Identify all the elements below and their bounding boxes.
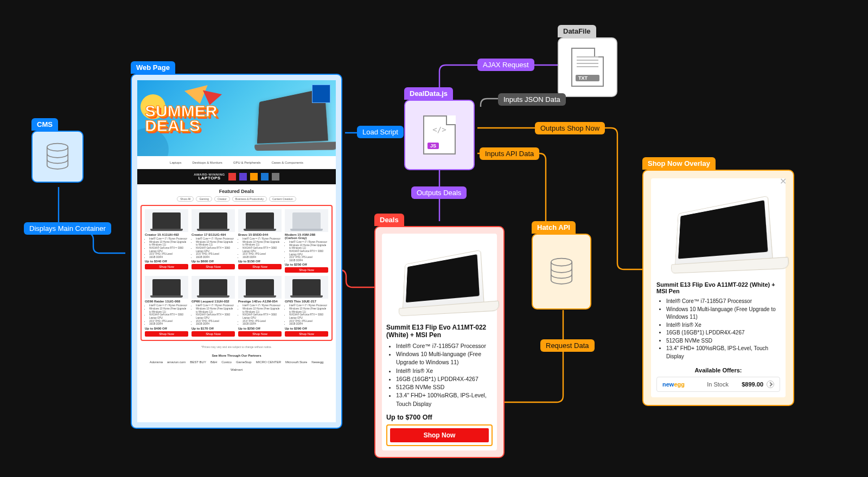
edge-ajax: AJAX Request (477, 59, 534, 71)
product-specs: Intel® Core™ i7 / Ryzen ProcessorWindows… (238, 304, 282, 325)
node-hatch-box (532, 234, 591, 310)
product-card: GF65 Thin 10UE-217Intel® Core™ i7 / Ryze… (285, 276, 328, 336)
footnote: *Prices may vary and are subject to chan… (137, 345, 336, 349)
webpage-preview: SUMMER DEALS LaptopsDesktops & Monitors … (137, 80, 336, 422)
product-card: Prestige 14Evo A12M-054Intel® Core™ i7 /… (238, 276, 282, 336)
partner-logo: GameStop (236, 360, 252, 364)
product-specs: Intel® Core™ i7 / Ryzen ProcessorWindows… (285, 304, 328, 325)
product-shop-button[interactable]: Shop Now (145, 264, 188, 269)
product-card: Creator 17 B11UG-494Intel® Core™ i7 / Ry… (192, 209, 235, 273)
product-card: Modern 15 A5M-288 (Carbon Gray)Intel® Co… (285, 209, 328, 273)
product-save: Up to $400 Off (145, 327, 188, 330)
node-deals: Deals Summit E13 Flip Evo A11MT-022 (Whi… (374, 214, 505, 458)
node-overlay-box: ✕ Summit E13 Flip Evo A11MT-022 (White) … (642, 170, 794, 406)
product-card: GP66 Leopard 11UH-032Intel® Core™ i7 / R… (192, 276, 235, 336)
product-shop-button[interactable]: Shop Now (285, 331, 328, 337)
edge-outputs-shop: Outputs Shop Now (535, 122, 605, 134)
node-dealdata-box: </> JS (404, 100, 475, 170)
product-save: Up to $340 Off (145, 260, 188, 263)
product-specs: Intel® Core™ i7 / Ryzen ProcessorWindows… (192, 237, 235, 259)
product-save: Up to $600 Off (192, 260, 235, 263)
product-title: GE66 Raider 11UG-068 (145, 300, 188, 303)
product-title: Bravo 15 B5DD-044 (238, 233, 282, 236)
partner-logo: B&H (210, 360, 217, 364)
product-thumb (145, 209, 188, 232)
partner-logo: Adorama (150, 360, 163, 364)
go-arrow-icon[interactable] (767, 381, 774, 388)
intel-core-badge-icon (312, 85, 330, 103)
js-file-icon: </> JS (423, 115, 456, 154)
edge-request-data: Request Data (540, 339, 595, 352)
product-specs: Intel® Core™ i7 / Ryzen ProcessorWindows… (192, 304, 235, 325)
product-thumb (238, 276, 282, 299)
product-card: Bravo 15 B5DD-044Intel® Core™ i7 / Ryzen… (238, 209, 282, 273)
edge-inputs-api: Inputs API Data (480, 147, 539, 160)
product-title: GP66 Leopard 11UH-032 (192, 300, 235, 303)
deal-product-image (386, 238, 493, 324)
txt-file-icon: TXT (571, 48, 604, 87)
node-dealdata-label: DealData.js (404, 87, 453, 100)
partner-logo: MICRO CENTER (256, 360, 281, 364)
product-title: Modern 15 A5M-288 (Carbon Gray) (285, 233, 328, 240)
node-hatch-label: Hatch API (532, 221, 576, 234)
product-card: GE66 Raider 11UG-068Intel® Core™ i7 / Ry… (145, 276, 188, 336)
partner-logo: Microsoft Store (285, 360, 307, 364)
shop-now-highlight: Shop Now (386, 424, 493, 446)
edge-displays-main: Displays Main Container (24, 222, 111, 235)
node-cms-label: CMS (31, 118, 58, 131)
node-webpage: Web Page SUMMER DEALS LaptopsDesktops & … (131, 61, 342, 429)
product-save: Up to $250 Off (238, 327, 282, 330)
node-webpage-box: SUMMER DEALS LaptopsDesktops & Monitors … (131, 74, 342, 429)
node-datafile: DataFile TXT (558, 25, 617, 97)
partner-logos: Adoramaamazon.comBEST BUYB&HCostcoGameSt… (148, 360, 325, 371)
deal-specs-list: Intel® Core™ i7-1185G7 ProcessorWindows … (386, 342, 493, 408)
node-datafile-box: TXT (558, 37, 617, 97)
partner-logo: BEST BUY (190, 360, 206, 364)
offer-price: $899.00 (742, 381, 763, 388)
product-save: Up to $150 Off (238, 260, 282, 263)
product-shop-button[interactable]: Shop Now (145, 331, 188, 337)
overlay-product-image (656, 184, 780, 281)
partners-title: See More Through Our Partners (137, 354, 336, 357)
product-card: Creator 15 A11UH-492Intel® Core™ i7 / Ry… (145, 209, 188, 273)
node-deals-box: Summit E13 Flip Evo A11MT-022 (White) + … (374, 226, 505, 458)
close-icon[interactable]: ✕ (780, 176, 787, 186)
product-thumb (238, 209, 282, 232)
category-nav: LaptopsDesktops & Monitors GPU & Periphe… (137, 156, 336, 169)
award-banner: AWARD-WINNING LAPTOPS (137, 169, 336, 184)
featured-title: Featured Deals (137, 189, 336, 194)
overlay-title: Summit E13 Flip Evo A11MT-022 (White) + … (656, 281, 780, 294)
product-shop-button[interactable]: Shop Now (238, 331, 282, 337)
offer-row[interactable]: newegg In Stock $899.00 (656, 377, 780, 392)
product-shop-button[interactable]: Shop Now (192, 264, 235, 269)
product-specs: Intel® Core™ i7 / Ryzen ProcessorWindows… (285, 241, 328, 262)
shop-now-button[interactable]: Shop Now (390, 428, 489, 442)
node-deals-label: Deals (374, 214, 404, 226)
product-save: Up to $250 Off (285, 263, 328, 266)
partner-logo: Walmart (231, 368, 242, 371)
partner-logo: Newegg (311, 360, 323, 364)
offer-stock: In Stock (694, 381, 742, 388)
node-webpage-label: Web Page (131, 61, 175, 74)
node-overlay-label: Shop Now Overlay (642, 157, 716, 170)
product-save: Up to $170 Off (192, 327, 235, 330)
product-title: Prestige 14Evo A12M-054 (238, 300, 282, 303)
product-thumb (192, 209, 235, 232)
product-shop-button[interactable]: Shop Now (238, 264, 282, 269)
node-datafile-label: DataFile (558, 25, 596, 37)
overlay-specs-list: Intel® Core™ i7-1185G7 ProcessorWindows … (656, 298, 780, 360)
filter-pills: Show AllGaming CreatorBusiness & Product… (137, 196, 336, 202)
partner-logo: amazon.com (167, 360, 186, 364)
product-shop-button[interactable]: Shop Now (192, 331, 235, 337)
laptop-icon (403, 250, 484, 308)
product-shop-button[interactable]: Shop Now (285, 267, 328, 273)
svg-point-0 (47, 144, 68, 151)
edge-inputs-json: Inputs JSON Data (498, 93, 566, 106)
retailer-logo-icon: newegg (662, 381, 694, 388)
node-cms-box (31, 131, 84, 183)
partner-logo: Costco (221, 360, 232, 364)
product-title: Creator 15 A11UH-492 (145, 233, 188, 236)
product-save: Up to $290 Off (285, 327, 328, 330)
product-thumb (192, 276, 235, 299)
svg-point-1 (551, 259, 572, 266)
